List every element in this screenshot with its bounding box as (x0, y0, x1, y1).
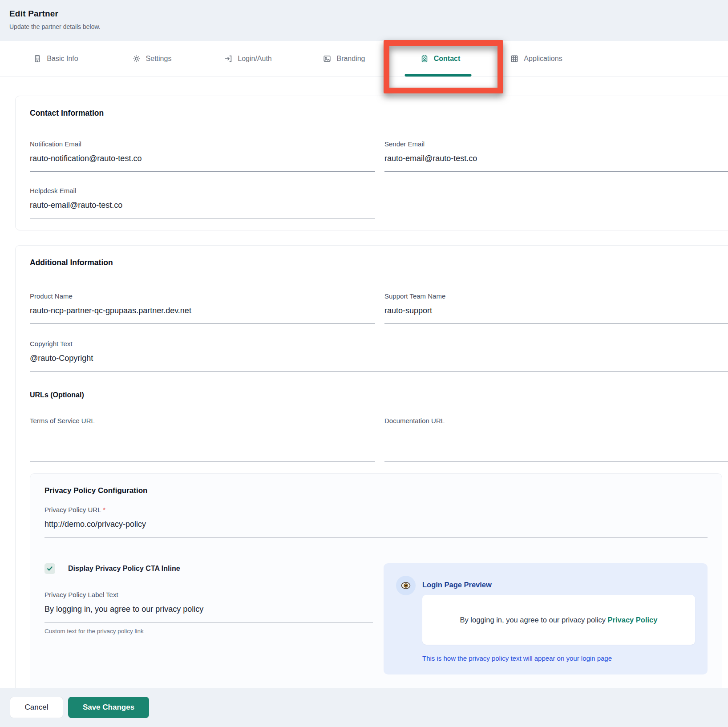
page-header: Edit Partner Update the partner details … (0, 0, 728, 41)
privacy-policy-configuration-card: Privacy Policy Configuration Privacy Pol… (30, 473, 722, 702)
preview-caption: This is how the privacy policy text will… (422, 654, 695, 662)
field-label: Helpdesk Email (30, 187, 375, 194)
field-label: Privacy Policy URL * (44, 506, 708, 513)
privacy-policy-label-text-field-group: Privacy Policy Label Text Custom text fo… (44, 591, 373, 634)
save-changes-button[interactable]: Save Changes (68, 697, 149, 718)
notification-email-input[interactable] (30, 154, 375, 172)
eye-icon (396, 576, 416, 595)
privacy-policy-url-input[interactable] (44, 520, 708, 537)
display-cta-inline-label: Display Privacy Policy CTA Inline (68, 565, 180, 573)
contact-card-icon (420, 54, 429, 63)
tab-branding[interactable]: Branding (296, 41, 392, 77)
page-title: Edit Partner (9, 9, 728, 19)
preview-text-card: By logging in, you agree to our privacy … (422, 595, 695, 645)
checkmark-icon (46, 565, 53, 572)
privacy-policy-link[interactable]: Privacy Policy (608, 616, 658, 624)
tab-label: Contact (434, 55, 461, 63)
edit-partner-page: Edit Partner Update the partner details … (0, 0, 728, 727)
preview-body-text: By logging in, you agree to our privacy … (460, 616, 658, 624)
preview-content: Login Page Preview By logging in, you ag… (422, 576, 695, 662)
terms-of-service-input[interactable] (30, 431, 375, 462)
field-helper-text: Custom text for the privacy policy link (44, 628, 373, 634)
tab-label: Applications (524, 55, 562, 63)
field-label: Copyright Text (30, 340, 728, 347)
product-name-input[interactable] (30, 306, 375, 324)
building-icon (33, 54, 42, 63)
field-label: Documentation URL (384, 417, 728, 424)
sender-email-field-group: Sender Email (384, 140, 728, 172)
page-subtitle: Update the partner details below. (9, 23, 728, 30)
tab-label: Settings (146, 55, 172, 63)
login-arrow-icon (224, 54, 233, 63)
required-asterisk: * (103, 506, 105, 513)
preview-title: Login Page Preview (422, 581, 695, 589)
privacy-left-column: Display Privacy Policy CTA Inline Privac… (44, 563, 373, 674)
footer-action-bar: Cancel Save Changes (0, 688, 728, 727)
cancel-button[interactable]: Cancel (10, 697, 63, 718)
tab-bar: Basic Info Settings Login/Auth (0, 41, 728, 77)
field-label: Terms of Service URL (30, 417, 375, 424)
gear-icon (132, 54, 141, 63)
field-label: Sender Email (384, 140, 728, 148)
terms-of-service-field-group: Terms of Service URL (30, 417, 375, 462)
support-team-field-group: Support Team Name (384, 292, 728, 324)
helpdesk-email-field-group: Helpdesk Email (30, 187, 375, 218)
privacy-policy-label-text-input[interactable] (44, 605, 373, 622)
field-label: Product Name (30, 292, 375, 300)
copyright-text-input[interactable] (30, 354, 728, 372)
additional-information-card: Additional Information Product Name Supp… (15, 245, 728, 713)
documentation-url-input[interactable] (384, 431, 728, 462)
contact-information-card: Contact Information Notification Email S… (15, 96, 728, 230)
tab-login-auth[interactable]: Login/Auth (200, 41, 296, 77)
documentation-url-field-group: Documentation URL (384, 417, 728, 462)
field-label: Support Team Name (384, 292, 728, 300)
privacy-policy-url-field-group: Privacy Policy URL * (44, 506, 708, 537)
tab-label: Branding (336, 55, 365, 63)
tab-settings[interactable]: Settings (104, 41, 200, 77)
support-team-input[interactable] (384, 306, 728, 324)
section-heading: Privacy Policy Configuration (44, 486, 708, 495)
field-label: Privacy Policy Label Text (44, 591, 373, 598)
field-label: Notification Email (30, 140, 375, 148)
image-icon (323, 54, 332, 63)
sender-email-input[interactable] (384, 154, 728, 172)
helpdesk-email-input[interactable] (30, 201, 375, 218)
section-heading: Contact Information (30, 109, 728, 118)
grid-icon (510, 54, 519, 63)
copyright-text-field-group: Copyright Text (30, 340, 728, 372)
display-cta-inline-checkbox[interactable] (44, 563, 55, 574)
notification-email-field-group: Notification Email (30, 140, 375, 172)
product-name-field-group: Product Name (30, 292, 375, 324)
tab-applications[interactable]: Applications (488, 41, 584, 77)
tab-label: Basic Info (47, 55, 78, 63)
section-heading: Additional Information (30, 258, 728, 267)
login-page-preview-panel: Login Page Preview By logging in, you ag… (384, 563, 708, 674)
tab-label: Login/Auth (238, 55, 272, 63)
urls-optional-heading: URLs (Optional) (30, 391, 728, 399)
tab-basic-info[interactable]: Basic Info (8, 41, 104, 77)
form-content: Contact Information Notification Email S… (0, 77, 728, 713)
tab-contact[interactable]: Contact (392, 41, 488, 77)
